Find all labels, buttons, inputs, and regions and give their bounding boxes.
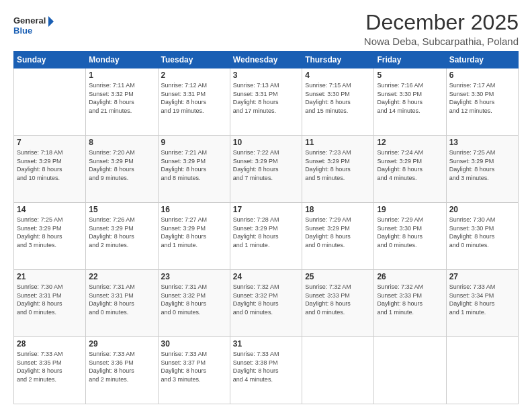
calendar-cell: 1Sunrise: 7:11 AM Sunset: 3:32 PM Daylig… xyxy=(86,68,158,136)
calendar-week-2: 14Sunrise: 7:25 AM Sunset: 3:29 PM Dayli… xyxy=(14,203,519,270)
day-number: 27 xyxy=(449,272,515,281)
day-info: Sunrise: 7:33 AM Sunset: 3:38 PM Dayligh… xyxy=(233,350,299,383)
svg-text:General: General xyxy=(13,15,46,26)
day-info: Sunrise: 7:25 AM Sunset: 3:29 PM Dayligh… xyxy=(449,148,515,182)
header-day-thursday: Thursday xyxy=(302,52,374,68)
calendar-cell: 3Sunrise: 7:13 AM Sunset: 3:31 PM Daylig… xyxy=(230,68,302,136)
calendar-cell: 27Sunrise: 7:33 AM Sunset: 3:34 PM Dayli… xyxy=(446,270,518,337)
calendar-cell: 17Sunrise: 7:28 AM Sunset: 3:29 PM Dayli… xyxy=(230,203,302,270)
svg-marker-2 xyxy=(48,16,54,27)
calendar-cell: 13Sunrise: 7:25 AM Sunset: 3:29 PM Dayli… xyxy=(446,136,518,203)
calendar-cell: 31Sunrise: 7:33 AM Sunset: 3:38 PM Dayli… xyxy=(230,337,302,404)
day-info: Sunrise: 7:21 AM Sunset: 3:29 PM Dayligh… xyxy=(161,148,227,182)
day-info: Sunrise: 7:26 AM Sunset: 3:29 PM Dayligh… xyxy=(89,216,154,249)
day-info: Sunrise: 7:33 AM Sunset: 3:34 PM Dayligh… xyxy=(449,283,515,316)
calendar-cell xyxy=(446,337,518,404)
calendar-table: SundayMondayTuesdayWednesdayThursdayFrid… xyxy=(13,51,519,404)
calendar-week-3: 21Sunrise: 7:30 AM Sunset: 3:31 PM Dayli… xyxy=(14,270,519,337)
day-info: Sunrise: 7:13 AM Sunset: 3:31 PM Dayligh… xyxy=(233,81,299,115)
day-info: Sunrise: 7:16 AM Sunset: 3:30 PM Dayligh… xyxy=(377,81,443,115)
day-info: Sunrise: 7:32 AM Sunset: 3:33 PM Dayligh… xyxy=(377,283,443,316)
day-info: Sunrise: 7:33 AM Sunset: 3:35 PM Dayligh… xyxy=(17,350,83,383)
day-number: 28 xyxy=(17,339,83,349)
day-info: Sunrise: 7:29 AM Sunset: 3:29 PM Dayligh… xyxy=(305,216,371,249)
day-number: 14 xyxy=(17,205,83,214)
header-day-wednesday: Wednesday xyxy=(230,52,302,68)
calendar-week-4: 28Sunrise: 7:33 AM Sunset: 3:35 PM Dayli… xyxy=(14,337,519,404)
day-number: 21 xyxy=(17,272,83,281)
header-day-friday: Friday xyxy=(374,52,446,68)
calendar-cell: 5Sunrise: 7:16 AM Sunset: 3:30 PM Daylig… xyxy=(374,68,446,136)
day-number: 23 xyxy=(161,272,227,281)
calendar-cell: 10Sunrise: 7:22 AM Sunset: 3:29 PM Dayli… xyxy=(230,136,302,203)
day-info: Sunrise: 7:31 AM Sunset: 3:31 PM Dayligh… xyxy=(89,283,154,316)
calendar-cell: 24Sunrise: 7:32 AM Sunset: 3:32 PM Dayli… xyxy=(230,270,302,337)
main-title: December 2025 xyxy=(364,11,519,34)
day-number: 5 xyxy=(377,71,443,80)
day-number: 8 xyxy=(89,138,154,147)
day-info: Sunrise: 7:25 AM Sunset: 3:29 PM Dayligh… xyxy=(17,216,83,249)
day-number: 7 xyxy=(17,138,83,147)
calendar-header-row: SundayMondayTuesdayWednesdayThursdayFrid… xyxy=(14,52,519,68)
header-day-sunday: Sunday xyxy=(14,52,86,68)
header: General Blue December 2025 Nowa Deba, Su… xyxy=(13,11,519,47)
header-day-saturday: Saturday xyxy=(446,52,518,68)
calendar-cell: 12Sunrise: 7:24 AM Sunset: 3:29 PM Dayli… xyxy=(374,136,446,203)
day-number: 3 xyxy=(233,71,299,80)
calendar-cell: 18Sunrise: 7:29 AM Sunset: 3:29 PM Dayli… xyxy=(302,203,374,270)
calendar-cell: 29Sunrise: 7:33 AM Sunset: 3:36 PM Dayli… xyxy=(86,337,158,404)
calendar-cell: 2Sunrise: 7:12 AM Sunset: 3:31 PM Daylig… xyxy=(158,68,230,136)
svg-text:Blue: Blue xyxy=(13,26,32,36)
calendar-cell: 16Sunrise: 7:27 AM Sunset: 3:29 PM Dayli… xyxy=(158,203,230,270)
day-info: Sunrise: 7:18 AM Sunset: 3:29 PM Dayligh… xyxy=(17,148,83,182)
calendar-cell: 4Sunrise: 7:15 AM Sunset: 3:30 PM Daylig… xyxy=(302,68,374,136)
calendar-cell: 8Sunrise: 7:20 AM Sunset: 3:29 PM Daylig… xyxy=(86,136,158,203)
day-info: Sunrise: 7:30 AM Sunset: 3:31 PM Dayligh… xyxy=(17,283,83,316)
day-info: Sunrise: 7:33 AM Sunset: 3:36 PM Dayligh… xyxy=(89,350,154,383)
calendar-cell: 28Sunrise: 7:33 AM Sunset: 3:35 PM Dayli… xyxy=(14,337,86,404)
day-info: Sunrise: 7:28 AM Sunset: 3:29 PM Dayligh… xyxy=(233,216,299,249)
day-info: Sunrise: 7:30 AM Sunset: 3:30 PM Dayligh… xyxy=(449,216,515,249)
day-info: Sunrise: 7:31 AM Sunset: 3:32 PM Dayligh… xyxy=(161,283,227,316)
calendar-cell xyxy=(14,68,86,136)
title-block: December 2025 Nowa Deba, Subcarpathia, P… xyxy=(364,11,519,47)
day-number: 16 xyxy=(161,205,227,214)
day-number: 2 xyxy=(161,71,227,80)
calendar-cell: 7Sunrise: 7:18 AM Sunset: 3:29 PM Daylig… xyxy=(14,136,86,203)
calendar-cell: 21Sunrise: 7:30 AM Sunset: 3:31 PM Dayli… xyxy=(14,270,86,337)
logo-svg: General Blue xyxy=(13,13,54,38)
calendar-cell: 23Sunrise: 7:31 AM Sunset: 3:32 PM Dayli… xyxy=(158,270,230,337)
day-number: 18 xyxy=(305,205,371,214)
day-number: 22 xyxy=(89,272,154,281)
day-number: 13 xyxy=(449,138,515,147)
calendar-cell: 20Sunrise: 7:30 AM Sunset: 3:30 PM Dayli… xyxy=(446,203,518,270)
day-number: 26 xyxy=(377,272,443,281)
subtitle: Nowa Deba, Subcarpathia, Poland xyxy=(364,36,519,47)
day-info: Sunrise: 7:24 AM Sunset: 3:29 PM Dayligh… xyxy=(377,148,443,182)
day-info: Sunrise: 7:20 AM Sunset: 3:29 PM Dayligh… xyxy=(89,148,154,182)
day-number: 24 xyxy=(233,272,299,281)
calendar-cell: 19Sunrise: 7:29 AM Sunset: 3:30 PM Dayli… xyxy=(374,203,446,270)
day-number: 6 xyxy=(449,71,515,80)
calendar-cell: 14Sunrise: 7:25 AM Sunset: 3:29 PM Dayli… xyxy=(14,203,86,270)
day-info: Sunrise: 7:29 AM Sunset: 3:30 PM Dayligh… xyxy=(377,216,443,249)
day-number: 4 xyxy=(305,71,371,80)
calendar-cell xyxy=(374,337,446,404)
day-number: 12 xyxy=(377,138,443,147)
day-number: 20 xyxy=(449,205,515,214)
logo: General Blue xyxy=(13,13,54,38)
day-number: 11 xyxy=(305,138,371,147)
day-info: Sunrise: 7:12 AM Sunset: 3:31 PM Dayligh… xyxy=(161,81,227,115)
calendar-cell: 15Sunrise: 7:26 AM Sunset: 3:29 PM Dayli… xyxy=(86,203,158,270)
day-info: Sunrise: 7:32 AM Sunset: 3:33 PM Dayligh… xyxy=(305,283,371,316)
calendar-cell: 6Sunrise: 7:17 AM Sunset: 3:30 PM Daylig… xyxy=(446,68,518,136)
day-info: Sunrise: 7:11 AM Sunset: 3:32 PM Dayligh… xyxy=(89,81,154,115)
day-number: 29 xyxy=(89,339,154,349)
calendar-cell: 22Sunrise: 7:31 AM Sunset: 3:31 PM Dayli… xyxy=(86,270,158,337)
calendar-cell: 9Sunrise: 7:21 AM Sunset: 3:29 PM Daylig… xyxy=(158,136,230,203)
calendar-cell: 11Sunrise: 7:23 AM Sunset: 3:29 PM Dayli… xyxy=(302,136,374,203)
calendar-week-1: 7Sunrise: 7:18 AM Sunset: 3:29 PM Daylig… xyxy=(14,136,519,203)
calendar-cell: 25Sunrise: 7:32 AM Sunset: 3:33 PM Dayli… xyxy=(302,270,374,337)
day-number: 31 xyxy=(233,339,299,349)
day-info: Sunrise: 7:17 AM Sunset: 3:30 PM Dayligh… xyxy=(449,81,515,115)
